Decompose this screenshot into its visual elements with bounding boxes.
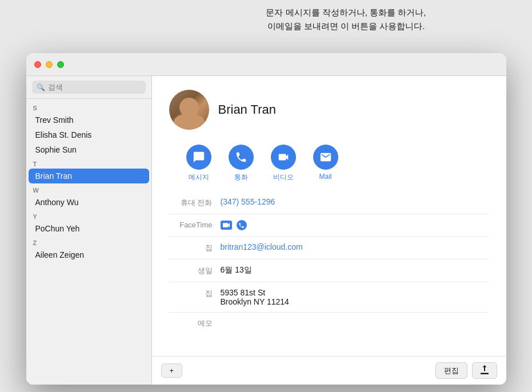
traffic-lights — [34, 61, 64, 68]
section-label-t: T — [26, 157, 151, 169]
tooltip-line1: 문자 메시지를 작성하거나, 통화를 하거나, — [160, 6, 532, 19]
field-birthday: 생일 6월 13일 — [169, 259, 489, 282]
facetime-icons — [221, 220, 247, 230]
contacts-list: S Trev Smith Elisha St. Denis Sophie Sun… — [26, 99, 151, 385]
maximize-button[interactable] — [57, 61, 64, 68]
facetime-phone-icon[interactable] — [237, 220, 247, 230]
add-button[interactable]: + — [161, 363, 183, 378]
footer-right: 편집 — [435, 362, 497, 379]
field-phone: 휴대 전화 (347) 555-1296 — [169, 191, 489, 214]
action-buttons: 메시지 통화 비디오 — [152, 139, 506, 191]
video-label: 비디오 — [273, 173, 294, 182]
message-icon — [186, 145, 211, 170]
section-label-z: Z — [26, 236, 151, 247]
contact-pochun-yeh[interactable]: PoChun Yeh — [29, 221, 149, 236]
close-button[interactable] — [34, 61, 41, 68]
message-button[interactable]: 메시지 — [186, 145, 211, 182]
memo-row: 메모 — [169, 313, 489, 334]
fields-section: 휴대 전화 (347) 555-1296 FaceTime — [152, 191, 506, 356]
contact-aileen-zeigen[interactable]: Aileen Zeigen — [29, 247, 149, 262]
search-icon: 🔍 — [37, 83, 45, 91]
section-label-w: W — [26, 183, 151, 195]
phone-value[interactable]: (347) 555-1296 — [221, 197, 489, 206]
tooltip-line2: 이메일을 보내려면 이 버튼을 사용합니다. — [160, 19, 532, 33]
edit-label: 편집 — [444, 366, 459, 376]
share-button[interactable] — [472, 362, 497, 379]
facetime-video-icon[interactable] — [221, 221, 232, 230]
call-icon — [229, 145, 254, 170]
address-label: 집 — [169, 288, 221, 299]
detail-header: Brian Tran — [152, 76, 506, 139]
facetime-label: FaceTime — [169, 220, 221, 229]
email-label: 집 — [169, 242, 221, 253]
birthday-label: 생일 — [169, 265, 221, 276]
email-value[interactable]: britran123@icloud.com — [221, 242, 489, 251]
edit-button[interactable]: 편집 — [435, 362, 467, 379]
minimize-button[interactable] — [46, 61, 53, 68]
search-wrapper: 🔍 — [32, 81, 146, 94]
section-label-s: S — [26, 101, 151, 113]
tooltip: 문자 메시지를 작성하거나, 통화를 하거나, 이메일을 보내려면 이 버튼을 … — [160, 6, 532, 33]
contact-trev-smith[interactable]: Trev Smith — [29, 113, 149, 127]
detail-footer: + 편집 — [152, 356, 506, 385]
video-icon — [271, 145, 296, 170]
phone-label: 휴대 전화 — [169, 197, 221, 208]
contact-elisha-st-denis[interactable]: Elisha St. Denis — [29, 127, 149, 142]
address-value: 5935 81st St Brooklyn NY 11214 — [221, 288, 489, 306]
field-email: 집 britran123@icloud.com — [169, 237, 489, 259]
share-icon — [481, 365, 489, 376]
video-button[interactable]: 비디오 — [271, 145, 296, 182]
message-label: 메시지 — [189, 173, 209, 182]
avatar — [169, 90, 209, 130]
birthday-value: 6월 13일 — [221, 265, 489, 275]
app-window: 🔍 S Trev Smith Elisha St. Denis Sophie S… — [26, 53, 506, 385]
memo-label: 메모 — [169, 318, 221, 329]
mail-button[interactable]: Mail — [313, 145, 338, 182]
mail-label: Mail — [319, 173, 331, 181]
contact-sophie-sun[interactable]: Sophie Sun — [29, 142, 149, 157]
main-content: 🔍 S Trev Smith Elisha St. Denis Sophie S… — [26, 76, 506, 385]
call-button[interactable]: 통화 — [229, 145, 254, 182]
field-address: 집 5935 81st St Brooklyn NY 11214 — [169, 282, 489, 313]
mail-icon — [313, 145, 338, 170]
add-icon: + — [170, 366, 174, 375]
detail-pane: Brian Tran 메시지 — [152, 76, 506, 385]
contact-name-title: Brian Tran — [218, 102, 277, 117]
contact-anthony-wu[interactable]: Anthony Wu — [29, 195, 149, 210]
section-label-y: Y — [26, 210, 151, 221]
sidebar: 🔍 S Trev Smith Elisha St. Denis Sophie S… — [26, 76, 152, 385]
search-bar: 🔍 — [26, 76, 151, 99]
title-bar — [26, 53, 506, 76]
contact-brian-tran[interactable]: Brian Tran — [29, 169, 149, 183]
search-input[interactable] — [48, 83, 141, 91]
call-label: 통화 — [234, 173, 248, 182]
field-facetime: FaceTime — [169, 214, 489, 237]
